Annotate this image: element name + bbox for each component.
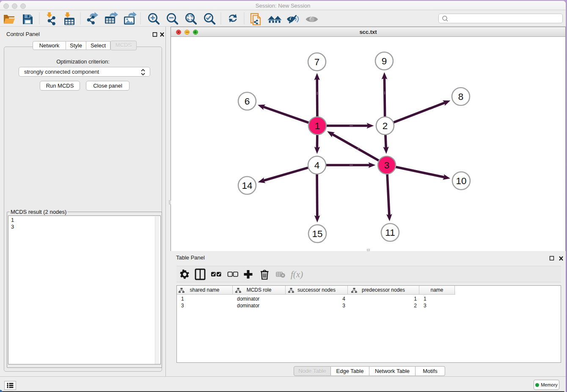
svg-text:10: 10 <box>456 176 466 186</box>
svg-text:3: 3 <box>384 160 390 171</box>
svg-text:11: 11 <box>385 227 395 238</box>
svg-text:2: 2 <box>383 121 388 131</box>
svg-text:7: 7 <box>314 57 320 67</box>
svg-text:9: 9 <box>382 56 387 66</box>
svg-text:14: 14 <box>242 180 252 191</box>
svg-text:f(x): f(x) <box>291 269 303 279</box>
svg-text:15: 15 <box>312 229 322 239</box>
svg-text:8: 8 <box>458 91 464 102</box>
svg-text:6: 6 <box>245 96 250 107</box>
svg-text:1: 1 <box>315 121 320 131</box>
svg-text:4: 4 <box>314 160 320 171</box>
